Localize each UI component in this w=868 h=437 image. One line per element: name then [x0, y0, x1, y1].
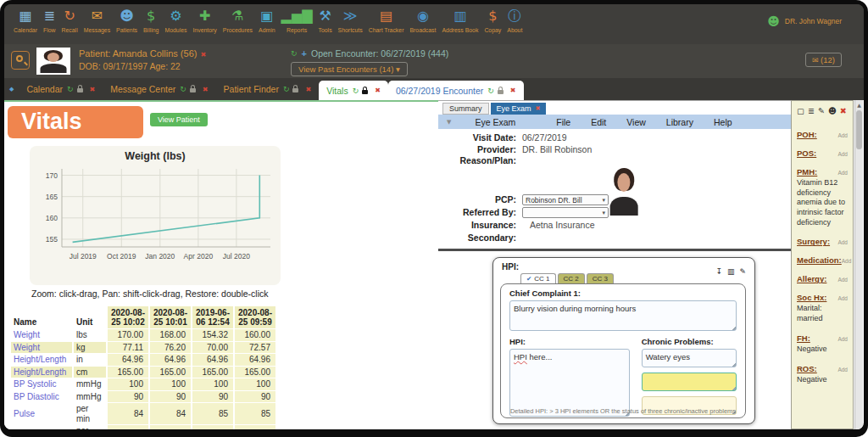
vital-name-link[interactable]: Pulse [11, 403, 72, 424]
patient-photo[interactable] [36, 48, 70, 75]
toolbar-item-flow[interactable]: ≣Flow [41, 6, 58, 33]
trash-icon[interactable]: ▥ [727, 267, 735, 276]
toolbar-item-broadcast[interactable]: ◉Broadcast [407, 6, 438, 33]
download-icon[interactable]: ↧ [715, 267, 722, 276]
tab-encounter[interactable]: 06/27/2019 Encounter ↻ ✖ [388, 81, 524, 100]
pen-icon[interactable]: ✎ [739, 267, 746, 276]
vital-name-link[interactable]: BP Systolic [11, 378, 72, 390]
tab-eye-exam[interactable]: Eye Exam✖ [491, 103, 547, 115]
add-link[interactable]: Add [837, 367, 848, 373]
refresh-icon[interactable]: ↻ [180, 85, 186, 93]
menu-file[interactable]: File [556, 117, 570, 127]
refresh-icon[interactable]: ↻ [67, 85, 74, 93]
close-icon[interactable]: ✖ [536, 105, 541, 112]
unlock-icon[interactable] [292, 88, 298, 92]
unlock-icon[interactable] [190, 88, 196, 92]
toolbar-item-address-book[interactable]: ▥Address Book [439, 6, 481, 33]
section-label[interactable]: ROS: [797, 364, 817, 373]
vital-name-link[interactable]: Weight [11, 342, 72, 354]
toolbar-item-procedures[interactable]: ⚗Procedures [220, 6, 255, 33]
view-patient-button[interactable]: View Patient [150, 113, 208, 126]
add-link[interactable]: Add [842, 258, 852, 264]
unlock-icon[interactable] [498, 90, 504, 94]
refresh-icon[interactable]: ↻ [353, 87, 359, 95]
tabs-menu-icon[interactable]: ◆ [9, 86, 14, 92]
vital-name-link[interactable]: Height/Length [11, 367, 72, 378]
tab-summary[interactable]: Summary [442, 103, 489, 115]
tab-cc3[interactable]: CC 3 [587, 273, 614, 283]
menu-library[interactable]: Library [666, 117, 693, 127]
weight-chart[interactable]: Jul 2019Oct 2019Jan 2020Apr 2020Jul 2020… [33, 164, 277, 272]
toolbar-item-chart-tracker[interactable]: ▤Chart Tracker [366, 6, 407, 33]
add-link[interactable]: Add [837, 239, 848, 245]
scrollbar-thumb[interactable] [856, 110, 862, 149]
close-icon[interactable]: ✖ [375, 87, 381, 94]
unlock-icon[interactable] [77, 88, 83, 92]
messages-button[interactable]: ✉ (12) [805, 53, 842, 67]
add-link[interactable]: Add [837, 170, 848, 176]
close-icon[interactable]: ✖ [203, 86, 209, 93]
toolbar-item-calendar[interactable]: ▦Calendar [11, 6, 40, 33]
document-icon[interactable]: ▢ [797, 106, 804, 115]
menu-eye-exam[interactable]: Eye Exam [458, 117, 515, 127]
vital-name-link[interactable]: Respiration [11, 425, 72, 429]
patient-search-button[interactable] [11, 51, 30, 70]
toolbar-item-tools[interactable]: ⚒Tools [316, 6, 335, 33]
menu-help[interactable]: Help [714, 117, 732, 127]
chronic-problem-input-2[interactable] [642, 373, 737, 391]
section-label[interactable]: POH: [797, 130, 817, 139]
toolbar-item-modules[interactable]: ⚙Modules [162, 6, 189, 33]
tab-cc1[interactable]: ✔CC 1 [520, 273, 556, 283]
section-label[interactable]: Soc Hx: [797, 293, 826, 302]
lock-icon[interactable] [362, 90, 368, 94]
person-icon[interactable]: ☻ [828, 106, 837, 115]
add-link[interactable]: Add [837, 336, 848, 342]
vital-name-link[interactable]: BP Diastolic [11, 391, 72, 403]
section-label[interactable]: PMH: [797, 167, 817, 176]
section-label[interactable]: FH: [797, 333, 810, 343]
vertical-scrollbar[interactable]: ▲ [854, 100, 863, 429]
toolbar-item-copay[interactable]: $Copay [481, 6, 504, 33]
section-label[interactable]: Surgery: [797, 237, 830, 246]
close-icon[interactable]: ✖ [840, 106, 847, 115]
toolbar-item-about[interactable]: ⓘAbout [504, 6, 525, 33]
tab-calendar[interactable]: Calendar ↻ ✖ [19, 78, 103, 100]
close-patient-icon[interactable]: ✖ [200, 51, 206, 59]
close-icon[interactable]: ✖ [90, 86, 96, 93]
records-stack-icon[interactable]: ≣ [808, 106, 815, 115]
add-link[interactable]: Add [837, 132, 848, 138]
chief-complaint-input[interactable]: Blurry vision during morning hours [509, 300, 737, 331]
tab-message-center[interactable]: Message Center ↻ ✖ [103, 78, 215, 100]
vital-name-link[interactable]: Height/Length [11, 354, 72, 366]
tab-cc2[interactable]: CC 2 [558, 273, 585, 283]
section-label[interactable]: Medication: [797, 255, 842, 265]
tab-patient-finder[interactable]: Patient Finder ↻ ✖ [216, 78, 320, 100]
vital-name-link[interactable]: Weight [11, 329, 72, 341]
refresh-icon[interactable]: ↻ [283, 85, 290, 93]
hpi-input[interactable]: HPI here... [509, 349, 630, 417]
toolbar-item-patients[interactable]: ☻Patients [114, 6, 140, 33]
refresh-encounter-icon[interactable]: ↻ [291, 49, 298, 58]
referred-by-select[interactable]: ▾ [522, 207, 609, 218]
menu-edit[interactable]: Edit [591, 117, 606, 127]
tab-vitals[interactable]: Vitals ↻ ✖ [319, 81, 388, 100]
menu-view[interactable]: View [626, 117, 646, 127]
close-icon[interactable]: ✖ [305, 86, 311, 93]
toolbar-item-admin[interactable]: ▣Admin [256, 6, 278, 33]
section-label[interactable]: POS: [797, 148, 816, 158]
toolbar-item-messages[interactable]: ✉Messages [81, 6, 113, 33]
refresh-icon[interactable]: ↻ [487, 87, 494, 95]
chronic-problem-input-1[interactable]: Watery eyes [642, 349, 737, 367]
add-link[interactable]: Add [837, 151, 848, 157]
toolbar-item-billing[interactable]: $Billing [141, 6, 161, 33]
pen-icon[interactable]: ✎ [818, 106, 825, 115]
toolbar-item-inventory[interactable]: ✚Inventory [190, 6, 219, 33]
add-link[interactable]: Add [837, 295, 848, 301]
scroll-up-icon[interactable]: ▲ [855, 102, 863, 108]
toolbar-item-reports[interactable]: ▂▅▇Reports [279, 6, 315, 33]
current-user[interactable]: ☻ DR. John Wagner [767, 14, 842, 28]
pcp-select[interactable]: Robinson DR. Bill▾ [522, 194, 609, 205]
section-label[interactable]: Allergy: [797, 274, 826, 283]
add-link[interactable]: Add [837, 277, 848, 283]
close-icon[interactable]: ✖ [510, 87, 516, 94]
